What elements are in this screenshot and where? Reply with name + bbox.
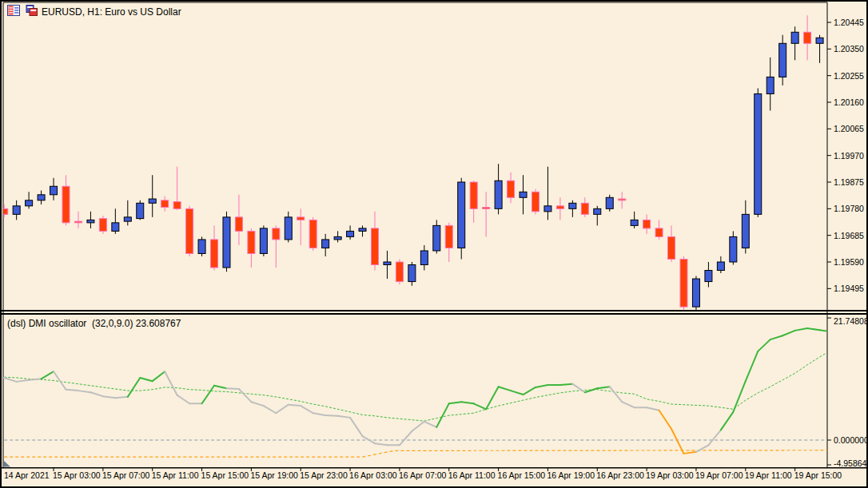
candle-bear — [273, 228, 280, 240]
candles-layer[interactable] — [2, 15, 823, 312]
dmi-main-line-segment — [17, 380, 29, 382]
candle-bear — [556, 206, 563, 209]
dmi-main-line-segment — [721, 412, 733, 430]
candle-bull — [124, 217, 131, 221]
candle-bull — [38, 195, 45, 200]
dmi-main-line-segment — [820, 330, 826, 331]
indicator-title: (dsl) DMI oscillator (32,0,9.0) 23.60876… — [7, 318, 181, 329]
candle-bull — [692, 279, 699, 307]
dmi-main-line-segment — [239, 389, 251, 402]
candle-bear — [2, 208, 8, 214]
dmi-main-line-segment — [622, 402, 634, 407]
dmi-main-line-segment — [610, 387, 622, 402]
candle-bear — [235, 217, 242, 232]
candle-bull — [717, 262, 724, 271]
dmi-main-line-segment — [696, 445, 708, 451]
candle-bull — [606, 197, 613, 208]
tile-windows-icon — [24, 5, 38, 18]
candle-bull — [285, 217, 292, 240]
dmi-main-line-segment — [486, 387, 498, 409]
candle-bear — [532, 192, 539, 212]
candle-bull — [705, 271, 712, 282]
candle-bull — [544, 206, 551, 212]
candle-bear — [643, 220, 651, 228]
dmi-main-line-segment — [499, 387, 511, 391]
candle-bull — [149, 199, 156, 203]
dmi-main-line-segment — [153, 371, 165, 381]
candle-bull — [334, 236, 341, 240]
candle-bear — [173, 202, 181, 209]
candle-bull — [13, 206, 20, 215]
dmi-main-line-segment — [202, 386, 214, 404]
candle-bear — [309, 220, 317, 248]
candle-bull — [322, 240, 329, 248]
candle-bull — [223, 217, 230, 268]
candle-bear — [211, 240, 218, 268]
candle-bull — [631, 220, 638, 225]
candle-bear — [470, 182, 477, 208]
dmi-main-line-segment — [128, 378, 140, 397]
candle-bull — [495, 181, 502, 208]
dmi-main-line-segment — [412, 422, 424, 431]
candle-bull — [730, 236, 737, 262]
dmi-main-line-segment — [795, 328, 807, 331]
dmi-main-line-segment — [115, 397, 127, 398]
dmi-main-line-segment — [770, 335, 782, 339]
candle-bull — [408, 265, 416, 282]
dmi-main-line-segment — [647, 407, 659, 411]
dmi-main-line-segment — [66, 390, 78, 391]
candle-bull — [520, 192, 527, 197]
candle-bull — [594, 208, 601, 214]
dmi-main-line-segment — [177, 395, 189, 404]
candle-bull — [433, 225, 440, 251]
dmi-main-line-segment — [746, 351, 758, 381]
dmi-main-line-segment — [325, 415, 337, 416]
candle-bear — [804, 32, 811, 43]
dmi-main-line-segment — [597, 387, 609, 388]
candle-bear — [99, 219, 106, 232]
dmi-main-line-segment — [424, 422, 436, 427]
candle-bull — [420, 251, 428, 265]
candle-bull — [347, 231, 354, 236]
dmi-signal-line — [4, 353, 826, 421]
candle-bull — [384, 262, 391, 265]
candle-bull — [779, 43, 786, 77]
chart-canvas[interactable] — [2, 2, 866, 486]
candle-bull — [816, 38, 823, 43]
dmi-main-line-segment — [313, 413, 325, 415]
dmi-main-line-segment — [90, 392, 102, 396]
candle-bear — [186, 208, 193, 253]
dmi-main-line-segment — [461, 402, 473, 403]
dmi-main-line-segment — [338, 416, 350, 418]
dmi-main-line-segment — [684, 452, 696, 454]
candle-bear — [655, 228, 663, 237]
candle-bull — [50, 186, 58, 195]
dmi-main-line-segment — [78, 391, 90, 392]
chart-window: EURUSD, H1: Euro vs US Dollar (dsl) DMI … — [0, 0, 868, 488]
candle-bear — [483, 208, 490, 209]
candle-bull — [569, 203, 576, 208]
candle-bull — [766, 77, 774, 93]
candle-bear — [248, 231, 255, 253]
dmi-main-line-segment — [524, 387, 536, 395]
candle-bear — [445, 225, 452, 248]
dmi-main-line-segment — [4, 378, 16, 382]
candle-bull — [87, 220, 94, 223]
candle-bear — [581, 203, 588, 214]
candle-bear — [161, 200, 169, 208]
oscillator-layer[interactable] — [3, 328, 832, 457]
dmi-main-line-segment — [436, 403, 448, 427]
dmi-main-line-segment — [400, 431, 412, 446]
dmi-main-line-segment — [511, 391, 523, 395]
dmi-main-line-segment — [733, 381, 745, 412]
candle-bear — [619, 199, 626, 200]
candle-bull — [742, 214, 749, 248]
candle-bear — [396, 262, 403, 282]
dmi-main-line-segment — [560, 384, 572, 385]
candle-bear — [508, 181, 515, 197]
panel-resize-grip-icon[interactable] — [4, 461, 10, 467]
dmi-main-line-segment — [375, 443, 387, 445]
dmi-main-line-segment — [350, 418, 362, 436]
dmi-main-line-segment — [782, 331, 794, 335]
chart-symbol-title: EURUSD, H1: Euro vs US Dollar — [42, 6, 181, 18]
